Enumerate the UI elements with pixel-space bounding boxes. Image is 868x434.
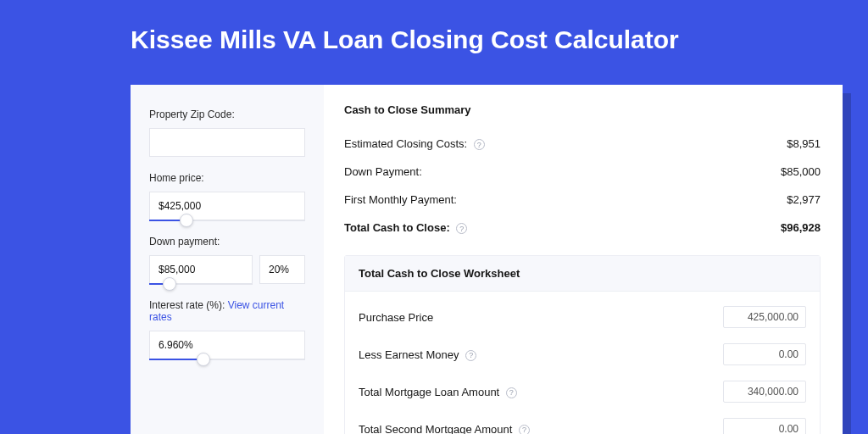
slider-thumb[interactable] — [180, 214, 193, 227]
calculator-card: Property Zip Code: Home price: Down paym… — [131, 85, 843, 434]
worksheet-row-earnest-money: Less Earnest Money ? — [359, 336, 806, 373]
worksheet-label: Purchase Price — [359, 311, 433, 324]
summary-value: $85,000 — [781, 165, 821, 178]
inputs-sidebar: Property Zip Code: Home price: Down paym… — [131, 85, 324, 434]
down-payment-pct-input[interactable] — [259, 255, 305, 284]
home-price-input[interactable] — [149, 192, 305, 220]
summary-label: Total Cash to Close: ? — [344, 221, 467, 234]
worksheet-row-loan-amount: Total Mortgage Loan Amount ? — [359, 373, 806, 410]
help-icon[interactable]: ? — [465, 350, 476, 361]
summary-value: $8,951 — [787, 137, 821, 150]
zip-field: Property Zip Code: — [149, 108, 305, 157]
worksheet-label: Total Mortgage Loan Amount ? — [359, 386, 517, 398]
summary-value: $96,928 — [781, 221, 821, 234]
summary-value: $2,977 — [787, 193, 821, 206]
summary-title: Cash to Close Summary — [344, 103, 821, 116]
summary-row-closing-costs: Estimated Closing Costs: ? $8,951 — [344, 130, 821, 158]
worksheet-input[interactable] — [723, 381, 806, 403]
worksheet-row-purchase-price: Purchase Price — [359, 298, 806, 336]
interest-rate-input[interactable] — [149, 331, 305, 359]
page-title: Kissee Mills VA Loan Closing Cost Calcul… — [0, 0, 868, 73]
worksheet-body: Purchase Price Less Earnest Money ? Tota… — [345, 292, 820, 434]
help-icon[interactable]: ? — [474, 139, 485, 150]
home-price-slider[interactable] — [149, 192, 305, 220]
slider-thumb[interactable] — [197, 353, 210, 366]
down-payment-field: Down payment: — [149, 236, 305, 284]
slider-fill — [149, 359, 203, 360]
worksheet-input[interactable] — [723, 343, 806, 365]
interest-rate-label: Interest rate (%): View current rates — [149, 299, 305, 323]
slider-thumb[interactable] — [163, 277, 176, 291]
worksheet-label: Less Earnest Money ? — [359, 348, 476, 361]
results-panel: Cash to Close Summary Estimated Closing … — [324, 85, 843, 434]
worksheet-input[interactable] — [723, 418, 806, 434]
down-payment-label: Down payment: — [149, 236, 305, 248]
help-icon[interactable]: ? — [519, 425, 530, 434]
summary-label-text: Total Cash to Close: — [344, 221, 450, 234]
summary-row-first-payment: First Monthly Payment: $2,977 — [344, 186, 821, 214]
worksheet-label-text: Less Earnest Money — [359, 348, 459, 361]
worksheet-label-text: Total Second Mortgage Amount — [359, 423, 512, 434]
home-price-field: Home price: — [149, 172, 305, 220]
home-price-label: Home price: — [149, 172, 305, 184]
interest-rate-field: Interest rate (%): View current rates — [149, 299, 305, 359]
interest-rate-slider[interactable] — [149, 331, 305, 359]
help-icon[interactable]: ? — [506, 387, 517, 398]
down-payment-slider[interactable] — [149, 255, 253, 284]
summary-label: Estimated Closing Costs: ? — [344, 137, 485, 150]
zip-input[interactable] — [149, 128, 305, 157]
help-icon[interactable]: ? — [456, 223, 467, 234]
worksheet-label: Total Second Mortgage Amount ? — [359, 423, 530, 434]
worksheet-card: Total Cash to Close Worksheet Purchase P… — [344, 255, 821, 434]
zip-label: Property Zip Code: — [149, 108, 305, 120]
worksheet-title: Total Cash to Close Worksheet — [345, 256, 820, 292]
worksheet-input[interactable] — [723, 306, 806, 328]
summary-label-text: Estimated Closing Costs: — [344, 137, 467, 150]
worksheet-label-text: Total Mortgage Loan Amount — [359, 386, 499, 398]
worksheet-row-second-mortgage: Total Second Mortgage Amount ? — [359, 410, 806, 434]
summary-row-down-payment: Down Payment: $85,000 — [344, 158, 821, 186]
summary-label: First Monthly Payment: — [344, 193, 457, 206]
summary-label: Down Payment: — [344, 165, 422, 178]
summary-row-total: Total Cash to Close: ? $96,928 — [344, 214, 821, 242]
interest-rate-label-text: Interest rate (%): — [149, 299, 228, 311]
